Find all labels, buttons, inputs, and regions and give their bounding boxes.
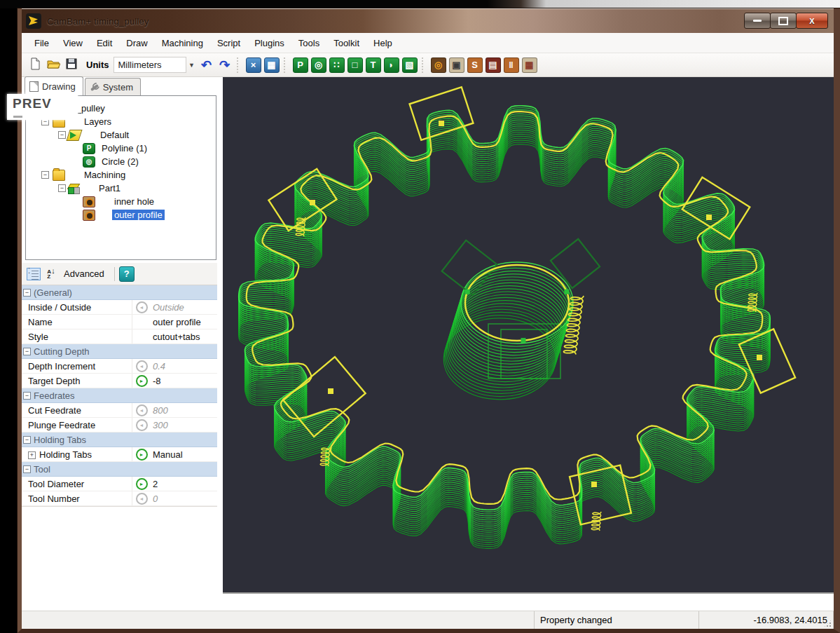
tree-expander-icon[interactable]: − (58, 131, 66, 139)
alphabetical-sort-button[interactable]: A↓ Z (43, 266, 59, 282)
prev-nav-overlay[interactable]: PREV (7, 94, 78, 120)
status-message: Property changed (535, 611, 699, 629)
category-collapse-icon[interactable]: − (23, 436, 31, 444)
property-value[interactable]: -8 (151, 376, 217, 386)
property-value[interactable]: 2 (151, 479, 217, 489)
category-collapse-icon[interactable]: − (23, 465, 31, 473)
property-source-cell (132, 329, 151, 343)
property-row-holding-tabs[interactable]: +Holding Tabs►Manual (22, 447, 217, 462)
grid-toggle-button[interactable]: ▦ (263, 57, 280, 74)
new-file-button[interactable] (27, 57, 43, 74)
tree-item-machining[interactable]: −Machining (26, 168, 216, 182)
categorized-view-button[interactable] (26, 266, 41, 282)
property-value[interactable]: Manual (151, 449, 217, 460)
gcode-mop-button[interactable]: ▦ (521, 57, 538, 74)
panel-splitter[interactable] (217, 77, 223, 611)
menu-item-machining[interactable]: Machining (155, 35, 210, 51)
combo-dropdown-arrow-icon[interactable]: ▼ (186, 57, 198, 72)
property-grid-toolbar: A↓ Z Advanced ? (22, 263, 217, 285)
polyline-icon: P (83, 143, 95, 154)
units-combo[interactable]: Millimeters (113, 57, 186, 73)
pocket-mop-icon: ▣ (449, 57, 464, 73)
category-collapse-icon[interactable]: − (23, 348, 31, 355)
cursor-coordinates: -16.9083, 24.4015 (699, 611, 834, 629)
property-row-tool-number[interactable]: Tool Number◄0 (22, 491, 217, 506)
drill-mop-button[interactable]: ◎ (430, 57, 447, 74)
tree-item-polyline-1-[interactable]: PPolyline (1) (26, 142, 216, 155)
property-value[interactable]: outer profile (151, 317, 217, 327)
tree-expander-icon[interactable]: − (41, 171, 49, 179)
drawing-viewport[interactable] (223, 77, 834, 594)
property-row-style[interactable]: Stylecutout+tabs (22, 329, 217, 344)
menu-item-help[interactable]: Help (366, 35, 399, 51)
drillbit-mop-button[interactable]: ǁ (503, 57, 520, 74)
engrave-mop-button[interactable]: S (467, 57, 483, 74)
property-value[interactable]: Outside (151, 302, 217, 313)
property-value[interactable]: 300 (151, 420, 217, 430)
menu-item-draw[interactable]: Draw (119, 35, 154, 51)
property-label: Name (22, 317, 132, 327)
minimize-button[interactable] (744, 13, 771, 29)
tab-system[interactable]: System (85, 78, 141, 95)
tree-expander-icon[interactable]: − (58, 184, 66, 192)
category-collapse-icon[interactable]: − (23, 392, 31, 400)
main-toolbar: UnitsMillimeters▼↶↷×▦P◎∷□T◗▧◎▣S▤ǁ▦ (22, 53, 834, 77)
tree-item-outer-profile[interactable]: outer profile (26, 208, 216, 222)
tree-item-part1[interactable]: −Part1 (26, 182, 216, 195)
category-collapse-icon[interactable]: − (23, 289, 31, 297)
tree-item-default[interactable]: −Default (26, 128, 216, 142)
redo-button[interactable]: ↷ (216, 57, 233, 74)
open-file-button[interactable] (45, 57, 62, 74)
property-source-cell: ► (132, 374, 151, 388)
profile-mop-button[interactable]: ▤ (485, 57, 502, 74)
polyline-tool-button[interactable]: P (292, 57, 309, 74)
menu-item-plugins[interactable]: Plugins (247, 35, 291, 51)
property-category-cutting-depth[interactable]: −Cutting Depth (22, 344, 217, 359)
menu-item-toolkit[interactable]: Toolkit (326, 35, 366, 51)
tab-drawing[interactable]: Drawing (25, 76, 83, 95)
status-cell-empty (22, 611, 535, 629)
save-file-button[interactable] (63, 57, 80, 74)
tree-item-circle-2-[interactable]: ◎Circle (2) (26, 155, 216, 168)
points-icon: ∷ (329, 57, 345, 73)
text-tool-button[interactable]: T (365, 57, 382, 74)
maximize-button[interactable] (770, 13, 797, 29)
property-category-feedrates[interactable]: −Feedrates (22, 388, 217, 403)
grid-icon: ▦ (264, 57, 280, 73)
circle-tool-button[interactable]: ◎ (310, 57, 327, 74)
property-value[interactable]: 0 (151, 494, 217, 504)
menu-item-view[interactable]: View (56, 35, 90, 51)
title-bar[interactable]: CamBam+ timing_pulley X (22, 8, 834, 33)
property-row-tool-diameter[interactable]: Tool Diameter►2 (22, 477, 217, 491)
property-value[interactable]: 0.4 (151, 361, 217, 372)
close-button[interactable]: X (796, 13, 828, 29)
property-category--general-[interactable]: −(General) (22, 285, 217, 300)
region-tool-button[interactable]: ◗ (383, 57, 400, 74)
menu-item-edit[interactable]: Edit (90, 35, 119, 51)
pocket-mop-button[interactable]: ▣ (448, 57, 465, 74)
menu-item-script[interactable]: Script (210, 35, 247, 51)
toolbar-separator (114, 267, 115, 281)
rectangle-tool-button[interactable]: □ (347, 57, 364, 74)
property-row-depth-increment[interactable]: Depth Increment◄0.4 (22, 359, 217, 374)
tree-item-inner-hole[interactable]: inner hole (26, 195, 216, 208)
menu-item-file[interactable]: File (27, 35, 56, 51)
help-button[interactable]: ? (119, 266, 135, 282)
property-value[interactable]: 800 (151, 405, 217, 416)
polyline-icon: P (293, 57, 308, 73)
property-row-inside-outside[interactable]: Inside / Outside◄Outside (22, 300, 217, 315)
points-tool-button[interactable]: ∷ (329, 57, 345, 74)
property-row-cut-feedrate[interactable]: Cut Feedrate◄800 (22, 403, 217, 418)
surface-tool-button[interactable]: ▧ (401, 57, 418, 74)
property-row-name[interactable]: Nameouter profile (22, 315, 217, 329)
close-icon: X (809, 17, 814, 25)
zoom-extents-button[interactable]: × (245, 57, 262, 74)
property-category-holding-tabs[interactable]: −Holding Tabs (22, 433, 217, 447)
undo-button[interactable]: ↶ (198, 57, 215, 74)
property-value[interactable]: cutout+tabs (151, 332, 217, 342)
property-row-target-depth[interactable]: Target Depth►-8 (22, 374, 217, 388)
menu-item-tools[interactable]: Tools (291, 35, 326, 51)
property-expand-icon[interactable]: + (28, 451, 36, 459)
property-row-plunge-feedrate[interactable]: Plunge Feedrate◄300 (22, 418, 217, 433)
property-category-tool[interactable]: −Tool (22, 462, 217, 477)
